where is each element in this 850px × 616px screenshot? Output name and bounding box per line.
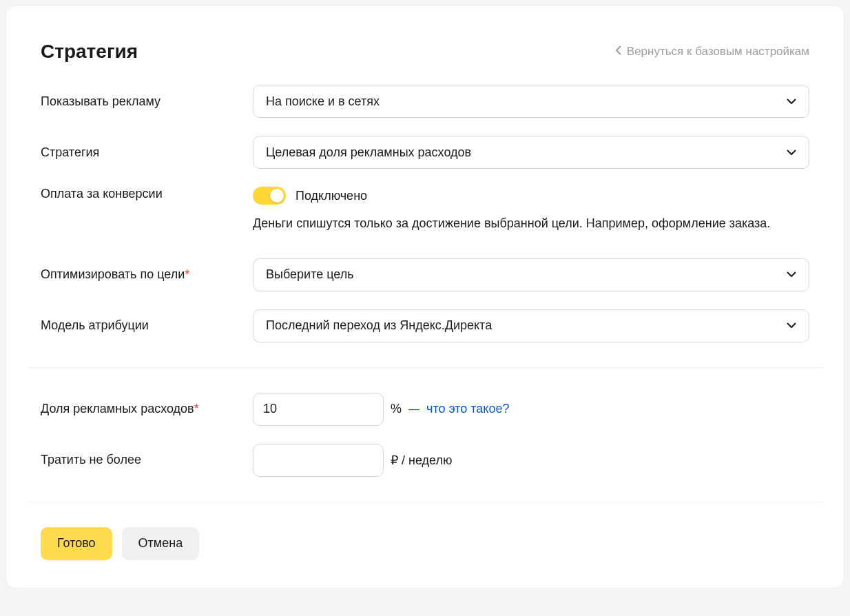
select-attribution[interactable]: Последний переход из Яндекс.Директа bbox=[253, 309, 809, 342]
select-strategy-value: Целевая доля рекламных расходов bbox=[266, 145, 471, 160]
row-strategy: Стратегия Целевая доля рекламных расходо… bbox=[41, 136, 809, 169]
help-link-ad-share[interactable]: что это такое? bbox=[426, 402, 509, 416]
chevron-down-icon bbox=[787, 150, 796, 156]
select-show-ads-value: На поиске и в сетях bbox=[266, 94, 380, 109]
ad-share-suffix: % bbox=[391, 402, 402, 416]
select-optimize-goal-value: Выберите цель bbox=[266, 267, 354, 282]
label-optimize-goal-text: Оптимизировать по цели bbox=[41, 267, 185, 281]
submit-button[interactable]: Готово bbox=[41, 527, 112, 560]
card-header: Стратегия Вернуться к базовым настройкам bbox=[41, 41, 809, 63]
chevron-down-icon bbox=[787, 322, 796, 329]
footer-buttons: Готово Отмена bbox=[41, 527, 809, 560]
back-link-text: Вернуться к базовым настройкам bbox=[627, 45, 809, 59]
label-spend-limit: Тратить не более bbox=[41, 453, 253, 467]
label-attribution: Модель атрибуции bbox=[41, 318, 253, 333]
row-ad-share: Доля рекламных расходов* % — что это так… bbox=[41, 393, 809, 426]
label-pay-conversions: Оплата за конверсии bbox=[41, 187, 253, 201]
pay-conversions-description: Деньги спишутся только за достижение выб… bbox=[253, 214, 809, 234]
cancel-button[interactable]: Отмена bbox=[122, 527, 200, 560]
label-show-ads: Показывать рекламу bbox=[41, 94, 253, 109]
row-optimize-goal: Оптимизировать по цели* Выберите цель bbox=[41, 258, 809, 291]
row-attribution: Модель атрибуции Последний переход из Ян… bbox=[41, 309, 809, 342]
input-spend-limit[interactable] bbox=[253, 444, 384, 477]
back-link[interactable]: Вернуться к базовым настройкам bbox=[615, 45, 809, 59]
chevron-left-icon bbox=[615, 45, 621, 59]
spend-limit-suffix: ₽ / неделю bbox=[391, 453, 452, 468]
input-ad-share[interactable] bbox=[253, 393, 384, 426]
chevron-down-icon bbox=[787, 271, 796, 278]
page-title: Стратегия bbox=[41, 41, 138, 63]
row-pay-conversions: Оплата за конверсии Подключено Деньги сп… bbox=[41, 187, 809, 234]
required-asterisk: * bbox=[185, 267, 189, 281]
strategy-card: Стратегия Вернуться к базовым настройкам… bbox=[6, 6, 844, 588]
toggle-pay-conversions-label: Подключено bbox=[296, 189, 367, 203]
required-asterisk: * bbox=[194, 402, 199, 415]
toggle-pay-conversions[interactable] bbox=[253, 187, 286, 205]
select-attribution-value: Последний переход из Яндекс.Директа bbox=[266, 318, 492, 333]
toggle-knob bbox=[270, 189, 284, 203]
label-optimize-goal: Оптимизировать по цели* bbox=[41, 267, 253, 282]
select-optimize-goal[interactable]: Выберите цель bbox=[253, 258, 809, 291]
label-ad-share-text: Доля рекламных расходов bbox=[41, 402, 194, 415]
chevron-down-icon bbox=[787, 99, 796, 105]
label-ad-share: Доля рекламных расходов* bbox=[41, 402, 253, 416]
select-strategy[interactable]: Целевая доля рекламных расходов bbox=[253, 136, 809, 169]
label-strategy: Стратегия bbox=[41, 145, 253, 160]
row-spend-limit: Тратить не более ₽ / неделю bbox=[41, 444, 809, 477]
select-show-ads[interactable]: На поиске и в сетях bbox=[253, 85, 809, 118]
divider bbox=[27, 502, 823, 502]
divider bbox=[27, 367, 823, 368]
help-dash: — bbox=[408, 403, 419, 415]
row-show-ads: Показывать рекламу На поиске и в сетях bbox=[41, 85, 809, 118]
